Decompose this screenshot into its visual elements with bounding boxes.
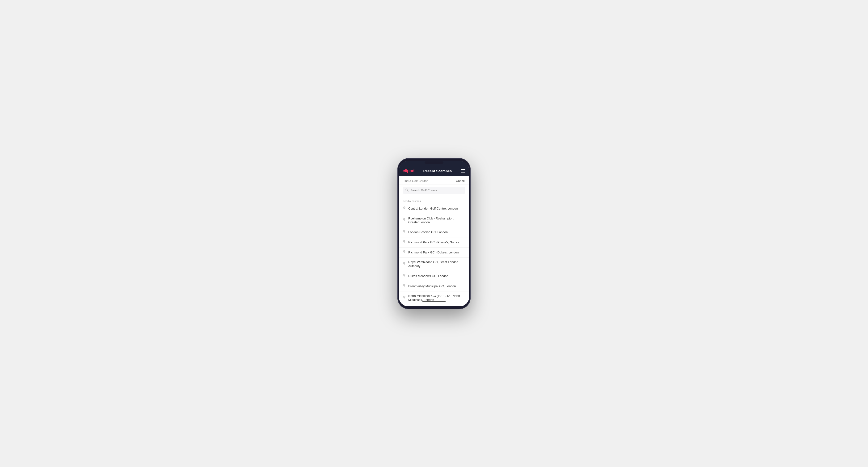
phone-body: clippd Recent Searches Find a Golf Cours… (397, 158, 471, 309)
app-logo: clippd (403, 168, 414, 174)
find-header: Find a Golf Course Cancel (399, 176, 469, 185)
menu-icon[interactable] (461, 169, 465, 173)
location-pin-icon (403, 284, 406, 289)
course-name: Richmond Park GC - Prince's, Surrey (408, 241, 459, 245)
list-item[interactable]: Roehampton Club - Roehampton, Greater Lo… (399, 214, 469, 227)
cancel-button[interactable]: Cancel (456, 179, 465, 183)
list-item[interactable]: Richmond Park GC - Prince's, Surrey (399, 238, 469, 248)
home-indicator (422, 301, 446, 302)
list-item[interactable]: North Middlesex GC (1011942 - North Midd… (399, 291, 469, 305)
course-list: Central London Golf Centre, London Roeha… (399, 204, 469, 306)
list-item[interactable]: London Scottish GC, London (399, 227, 469, 238)
course-name: Central London Golf Centre, London (408, 207, 458, 211)
location-pin-icon (403, 230, 406, 235)
course-name: Royal Wimbledon GC, Great London Authori… (408, 260, 465, 268)
course-name: Roehampton Club - Roehampton, Greater Lo… (408, 217, 465, 225)
course-name: Brent Valley Municipal GC, London (408, 284, 456, 288)
find-title: Find a Golf Course (403, 179, 428, 183)
nearby-courses-label: Nearby courses (399, 197, 469, 204)
phone-notch (425, 161, 443, 164)
phone-screen: clippd Recent Searches Find a Golf Cours… (399, 161, 469, 306)
course-name: Dukes Meadows GC, London (408, 274, 448, 278)
list-item[interactable]: Richmond Park GC - Duke's, London (399, 248, 469, 258)
nav-title: Recent Searches (423, 169, 452, 173)
list-item[interactable]: Brent Valley Municipal GC, London (399, 281, 469, 291)
search-input[interactable] (410, 189, 463, 192)
list-item[interactable]: Royal Wimbledon GC, Great London Authori… (399, 258, 469, 271)
location-pin-icon (403, 274, 406, 278)
search-bar (403, 187, 465, 194)
list-item[interactable]: Dukes Meadows GC, London (399, 271, 469, 281)
location-pin-icon (403, 296, 406, 301)
list-item[interactable]: Central London Golf Centre, London (399, 204, 469, 214)
location-pin-icon (403, 262, 406, 267)
content-area: Find a Golf Course Cancel (399, 176, 469, 306)
location-pin-icon (403, 218, 406, 223)
svg-line-1 (408, 190, 408, 191)
search-bar-container (399, 185, 469, 197)
location-pin-icon (403, 250, 406, 255)
course-name: London Scottish GC, London (408, 230, 448, 234)
location-pin-icon (403, 207, 406, 211)
search-icon (405, 189, 408, 192)
location-pin-icon (403, 240, 406, 245)
phone-device: clippd Recent Searches Find a Golf Cours… (397, 158, 471, 309)
list-item[interactable]: Coombe Hill GC, Kingston upon Thames (399, 305, 469, 306)
course-name: Richmond Park GC - Duke's, London (408, 251, 459, 255)
